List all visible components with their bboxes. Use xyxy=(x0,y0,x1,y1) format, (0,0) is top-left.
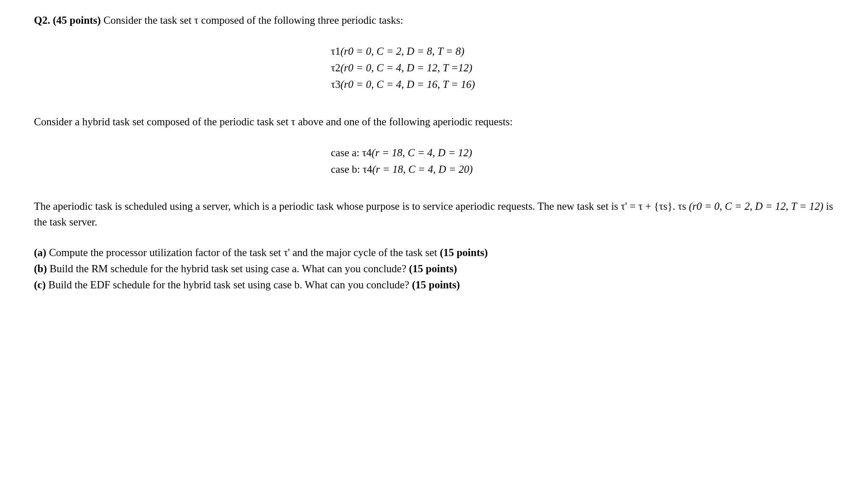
case-row: case a: τ4(r = 18, C = 4, D = 12) xyxy=(331,145,838,161)
case-row: case b: τ4(r = 18, C = 4, D = 20) xyxy=(331,161,838,178)
server-params: (r0 = 0, C = 2, D = 12, T = 12) xyxy=(689,200,823,212)
subpart-points: (15 points) xyxy=(440,247,488,258)
hybrid-intro: Consider a hybrid task set composed of t… xyxy=(34,114,838,130)
question-label: Q2. xyxy=(34,14,50,26)
case-label: case a: xyxy=(331,147,362,158)
task-name: τ2 xyxy=(331,62,341,73)
task-params: (r0 = 0, C = 4, D = 12, T =12) xyxy=(341,62,473,73)
periodic-task-definitions: τ1(r0 = 0, C = 2, D = 8, T = 8) τ2(r0 = … xyxy=(34,43,838,93)
subpart-label: (b) xyxy=(34,263,47,274)
subpart-a: (a) Compute the processor utilization fa… xyxy=(34,245,838,260)
task-row: τ2(r0 = 0, C = 4, D = 12, T =12) xyxy=(331,60,838,76)
subparts-list: (a) Compute the processor utilization fa… xyxy=(34,245,838,293)
case-label: case b: xyxy=(331,163,363,175)
question-header: Q2. (45 points) Consider the task set τ … xyxy=(34,13,838,28)
subpart-text: Compute the processor utilization factor… xyxy=(46,247,440,258)
task-row: τ1(r0 = 0, C = 2, D = 8, T = 8) xyxy=(331,43,838,60)
case-task-name: τ4 xyxy=(362,147,372,158)
subpart-label: (a) xyxy=(34,247,46,258)
question-points: (45 points) xyxy=(53,14,101,26)
subpart-label: (c) xyxy=(34,279,46,290)
task-params: (r0 = 0, C = 4, D = 16, T = 16) xyxy=(341,79,475,90)
subpart-c: (c) Build the EDF schedule for the hybri… xyxy=(34,277,838,293)
server-paragraph: The aperiodic task is scheduled using a … xyxy=(34,199,838,230)
task-params: (r0 = 0, C = 2, D = 8, T = 8) xyxy=(341,45,465,57)
task-name: τ3 xyxy=(331,79,341,90)
subpart-points: (15 points) xyxy=(409,263,457,274)
server-text-a: The aperiodic task is scheduled using a … xyxy=(34,200,689,212)
subpart-text: Build the RM schedule for the hybrid tas… xyxy=(47,263,409,274)
case-params: (r = 18, C = 4, D = 20) xyxy=(372,163,473,175)
question-intro: Consider the task set τ composed of the … xyxy=(104,14,403,26)
subpart-b: (b) Build the RM schedule for the hybrid… xyxy=(34,261,838,276)
task-name: τ1 xyxy=(331,45,341,57)
document-body: Q2. (45 points) Consider the task set τ … xyxy=(0,0,868,307)
case-task-name: τ4 xyxy=(363,163,372,175)
case-params: (r = 18, C = 4, D = 12) xyxy=(372,147,472,158)
subpart-points: (15 points) xyxy=(412,279,460,290)
subpart-text: Build the EDF schedule for the hybrid ta… xyxy=(46,279,412,290)
task-row: τ3(r0 = 0, C = 4, D = 16, T = 16) xyxy=(331,76,838,93)
aperiodic-cases: case a: τ4(r = 18, C = 4, D = 12) case b… xyxy=(34,145,838,178)
